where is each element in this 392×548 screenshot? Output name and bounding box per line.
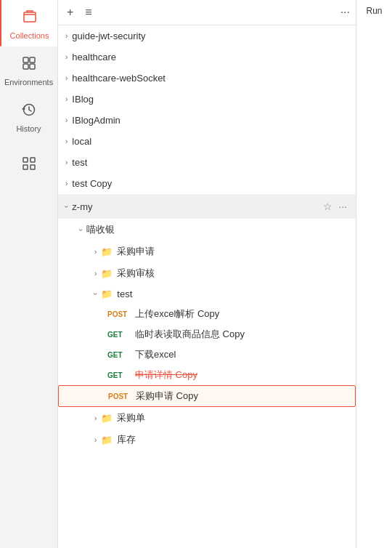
list-item[interactable]: › 📁 库存 xyxy=(58,429,356,451)
list-item[interactable]: GET 申请详情 Copy xyxy=(58,365,356,385)
sidebar-label-history: History xyxy=(16,124,41,133)
list-item-z-my[interactable]: › z-my ☆ ··· xyxy=(58,194,356,219)
list-item[interactable]: › test xyxy=(58,152,356,173)
sidebar-label-collections: Collections xyxy=(10,31,49,40)
list-item-selected[interactable]: POST 采购申请 Copy xyxy=(58,385,356,407)
apps-icon xyxy=(21,156,37,175)
collections-icon xyxy=(22,9,38,28)
chevron-right-icon: › xyxy=(94,248,97,256)
history-icon xyxy=(21,102,37,121)
collection-name: healthcare xyxy=(72,52,348,63)
chevron-right-icon: › xyxy=(94,436,97,444)
svg-rect-1 xyxy=(23,57,28,63)
folder-icon: 📁 xyxy=(101,413,113,424)
folder-icon: 📁 xyxy=(101,246,113,257)
collection-name: 喵收银 xyxy=(86,223,348,236)
list-item[interactable]: POST 上传excel解析 Copy xyxy=(58,304,356,324)
sidebar-item-collections[interactable]: Collections xyxy=(0,0,57,47)
list-item[interactable]: › 📁 采购审核 xyxy=(58,262,356,284)
method-badge-get: GET xyxy=(107,331,131,339)
method-badge-get: GET xyxy=(107,351,131,359)
method-badge-post: POST xyxy=(107,310,131,318)
list-item[interactable]: › 📁 test xyxy=(58,284,356,304)
method-badge-post: POST xyxy=(108,392,131,400)
chevron-right-icon: › xyxy=(94,414,97,422)
request-name: 采购申请 Copy xyxy=(136,390,348,403)
collection-name: IBlog xyxy=(72,94,348,105)
sidebar-item-apps[interactable] xyxy=(0,147,57,185)
chevron-right-icon: › xyxy=(65,32,68,40)
collection-name: test xyxy=(72,157,348,168)
sidebar-item-environments[interactable]: Environments xyxy=(0,47,57,93)
environments-icon xyxy=(21,55,37,75)
svg-rect-0 xyxy=(24,12,36,22)
main-panel: + ≡ ··· › guide-jwt-security › healthcar… xyxy=(58,0,356,548)
add-collection-button[interactable]: + xyxy=(64,4,76,20)
chevron-down-icon: › xyxy=(91,293,99,295)
folder-name: 采购审核 xyxy=(117,267,348,280)
list-item[interactable]: › test Copy xyxy=(58,173,356,194)
chevron-right-icon: › xyxy=(65,74,68,82)
chevron-right-icon: › xyxy=(65,95,68,103)
svg-rect-3 xyxy=(30,57,35,63)
svg-rect-6 xyxy=(23,158,28,162)
chevron-right-icon: › xyxy=(65,137,68,145)
sidebar: Collections Environments History xyxy=(0,0,58,548)
chevron-right-icon: › xyxy=(65,180,68,188)
chevron-down-icon: › xyxy=(62,205,70,207)
toolbar: + ≡ ··· xyxy=(58,0,356,25)
collection-actions: ☆ ··· xyxy=(322,199,348,214)
list-item[interactable]: › IBlogAdmin xyxy=(58,110,356,131)
chevron-right-icon: › xyxy=(65,158,68,166)
list-item[interactable]: › IBlog xyxy=(58,89,356,110)
request-name: 上传excel解析 Copy xyxy=(135,307,348,321)
sidebar-label-environments: Environments xyxy=(4,78,53,86)
right-panel: Run xyxy=(356,0,392,548)
collection-name: healthcare-webSocket xyxy=(72,73,348,84)
svg-rect-4 xyxy=(30,64,35,69)
chevron-right-icon: › xyxy=(94,270,97,278)
list-item[interactable]: › healthcare xyxy=(58,47,356,68)
folder-name: test xyxy=(117,289,348,299)
folder-name: 采购申请 xyxy=(117,245,348,258)
collection-name: IBlogAdmin xyxy=(72,115,348,126)
svg-rect-9 xyxy=(30,165,35,169)
svg-rect-8 xyxy=(23,165,28,169)
request-name: 临时表读取商品信息 Copy xyxy=(135,328,348,341)
svg-rect-2 xyxy=(23,64,28,69)
list-item[interactable]: › 喵收银 xyxy=(58,219,356,241)
folder-icon: 📁 xyxy=(101,289,113,299)
collection-name: guide-jwt-security xyxy=(72,31,348,41)
chevron-down-icon: › xyxy=(77,228,85,230)
more-options-button[interactable]: ··· xyxy=(340,6,350,19)
collection-name: z-my xyxy=(72,201,322,212)
list-item[interactable]: › 📁 采购单 xyxy=(58,407,356,429)
list-item[interactable]: › local xyxy=(58,131,356,152)
list-item[interactable]: › 📁 采购申请 xyxy=(58,241,356,262)
chevron-right-icon: › xyxy=(65,116,68,124)
svg-rect-7 xyxy=(30,158,35,162)
method-badge-get: GET xyxy=(107,371,131,379)
run-label: Run xyxy=(359,6,389,16)
request-name: 申请详情 Copy xyxy=(135,368,348,382)
folder-name: 采购单 xyxy=(117,411,348,424)
filter-button[interactable]: ≡ xyxy=(82,4,94,20)
list-item[interactable]: › healthcare-webSocket xyxy=(58,68,356,89)
list-item[interactable]: GET 临时表读取商品信息 Copy xyxy=(58,324,356,344)
collection-more-icon[interactable]: ··· xyxy=(337,199,348,214)
list-item[interactable]: GET 下载excel xyxy=(58,344,356,365)
list-item[interactable]: › guide-jwt-security xyxy=(58,25,356,47)
request-name: 下载excel xyxy=(135,348,348,361)
collection-name: local xyxy=(72,136,348,147)
folder-name: 库存 xyxy=(117,433,348,446)
collections-list: › guide-jwt-security › healthcare › heal… xyxy=(58,25,356,548)
collection-name: test Copy xyxy=(72,178,348,189)
star-icon[interactable]: ☆ xyxy=(322,199,334,214)
folder-icon: 📁 xyxy=(101,435,113,446)
folder-icon: 📁 xyxy=(101,268,113,279)
sidebar-item-history[interactable]: History xyxy=(0,93,57,140)
chevron-right-icon: › xyxy=(65,53,68,61)
